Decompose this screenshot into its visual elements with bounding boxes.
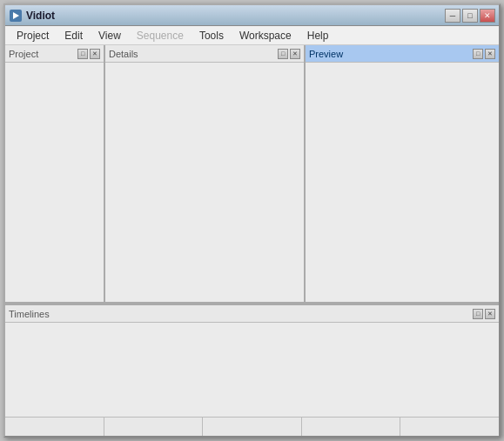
project-restore-button[interactable]: □ <box>77 49 88 59</box>
details-panel-header: Details □ ✕ <box>105 45 304 63</box>
timelines-panel: Timelines □ ✕ <box>5 304 499 417</box>
menu-view[interactable]: View <box>91 27 129 44</box>
preview-panel: Preview □ ✕ <box>306 45 499 302</box>
project-panel-header: Project □ ✕ <box>5 45 104 63</box>
menu-help[interactable]: Help <box>299 27 337 44</box>
status-segment-4 <box>302 418 401 436</box>
status-segment-1 <box>5 418 104 436</box>
preview-panel-header: Preview □ ✕ <box>306 45 499 63</box>
timelines-close-button[interactable]: ✕ <box>485 309 495 319</box>
close-button[interactable]: ✕ <box>480 9 495 23</box>
status-segment-3 <box>203 418 302 436</box>
panels-row: Project □ ✕ Details □ ✕ <box>5 45 499 304</box>
timelines-panel-title: Timelines <box>9 309 473 319</box>
menu-project[interactable]: Project <box>9 27 57 44</box>
details-restore-button[interactable]: □ <box>278 49 288 59</box>
preview-panel-controls: □ ✕ <box>473 49 495 59</box>
status-segment-2 <box>104 418 204 436</box>
timelines-panel-controls: □ ✕ <box>473 309 495 319</box>
project-panel: Project □ ✕ <box>5 45 105 302</box>
project-panel-controls: □ ✕ <box>77 49 100 59</box>
window-title: Vidiot <box>26 10 445 22</box>
preview-close-button[interactable]: ✕ <box>485 49 495 59</box>
timelines-restore-button[interactable]: □ <box>473 309 483 319</box>
status-segment-5 <box>400 418 499 436</box>
title-bar: Vidiot ─ □ ✕ <box>5 5 499 26</box>
maximize-button[interactable]: □ <box>462 9 478 23</box>
app-window: Vidiot ─ □ ✕ Project Edit View Sequence … <box>3 3 501 438</box>
preview-restore-button[interactable]: □ <box>473 49 483 59</box>
timelines-panel-header: Timelines □ ✕ <box>5 305 499 323</box>
window-controls: ─ □ ✕ <box>445 9 495 23</box>
project-close-button[interactable]: ✕ <box>90 49 100 59</box>
main-content: Project □ ✕ Details □ ✕ <box>5 45 499 436</box>
preview-panel-title: Preview <box>309 49 473 59</box>
minimize-button[interactable]: ─ <box>445 9 460 23</box>
details-panel-title: Details <box>109 49 278 59</box>
status-bar <box>5 417 499 436</box>
menu-bar: Project Edit View Sequence Tools Workspa… <box>5 26 499 45</box>
project-panel-title: Project <box>9 49 77 59</box>
details-panel-controls: □ ✕ <box>278 49 300 59</box>
app-icon <box>9 9 23 23</box>
menu-workspace[interactable]: Workspace <box>232 27 299 44</box>
preview-panel-body <box>306 63 499 302</box>
timelines-panel-body <box>5 323 499 417</box>
menu-tools[interactable]: Tools <box>192 27 232 44</box>
project-panel-body <box>5 63 104 302</box>
menu-sequence[interactable]: Sequence <box>129 27 192 44</box>
menu-edit[interactable]: Edit <box>57 27 91 44</box>
details-panel: Details □ ✕ <box>105 45 306 302</box>
details-close-button[interactable]: ✕ <box>290 49 300 59</box>
details-panel-body <box>105 63 304 302</box>
